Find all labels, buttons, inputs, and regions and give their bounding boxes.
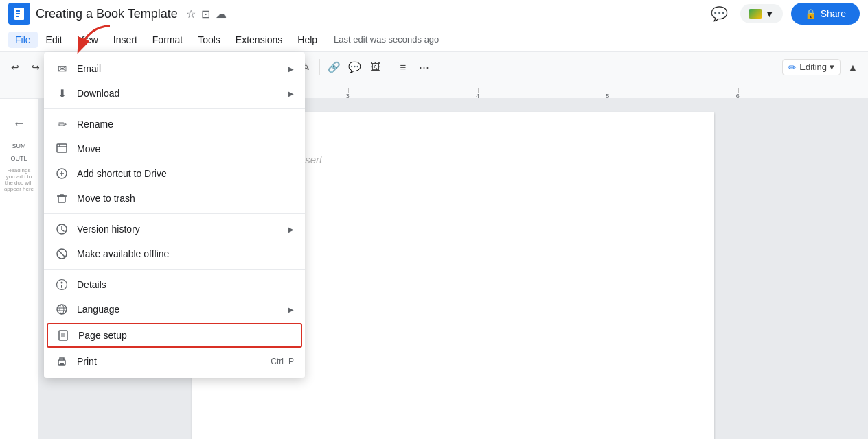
- collapse-toolbar-button[interactable]: ▲: [843, 58, 863, 77]
- ruler-mark-3: 3: [348, 88, 478, 93]
- divider-1: [44, 108, 305, 109]
- add-shortcut-label: Add shortcut to Drive: [77, 168, 294, 179]
- back-button[interactable]: ←: [5, 110, 33, 137]
- email-arrow: ▶: [288, 65, 294, 73]
- file-dropdown-menu: ✉ Email ▶ ⬇ Download ▶ ✏ Rename Move: [44, 52, 305, 378]
- divider-3: [44, 269, 305, 270]
- language-icon: [55, 302, 69, 316]
- toolbar-divider-4: [319, 59, 320, 75]
- page-setup-label: Page setup: [78, 330, 293, 341]
- outline-label: OUTL: [3, 155, 36, 162]
- menu-item-details[interactable]: Details: [44, 272, 305, 297]
- cloud-save-icon[interactable]: ☁: [216, 8, 227, 21]
- undo-button[interactable]: ↩: [5, 58, 25, 77]
- divider-2: [44, 213, 305, 214]
- drive-folder-icon[interactable]: ⊡: [201, 8, 210, 21]
- app-icon: [8, 3, 30, 25]
- redo-button[interactable]: ↪: [26, 58, 45, 77]
- svg-point-13: [57, 305, 67, 314]
- header-right: 💬 ▼ 🔒 Share: [707, 1, 860, 26]
- menu-tools[interactable]: Tools: [191, 32, 227, 48]
- menu-file[interactable]: File: [8, 32, 38, 48]
- language-label: Language: [77, 304, 280, 315]
- svg-rect-21: [60, 363, 64, 365]
- comments-button[interactable]: 💬: [707, 1, 732, 26]
- menu-edit[interactable]: Edit: [39, 32, 69, 48]
- download-icon: ⬇: [55, 86, 69, 100]
- menu-item-version-history[interactable]: Version history ▶: [44, 217, 305, 241]
- svg-rect-17: [59, 331, 67, 340]
- menu-view[interactable]: View: [71, 32, 105, 48]
- editing-mode-button[interactable]: ✏ Editing ▾: [782, 59, 841, 75]
- summary-label: SUM: [3, 143, 36, 150]
- add-shortcut-icon: [55, 167, 69, 180]
- menu-insert[interactable]: Insert: [106, 32, 144, 48]
- svg-rect-11: [61, 285, 62, 288]
- title-bar: Creating a Book Template ☆ ⊡ ☁ 💬 ▼ 🔒 Sha…: [0, 0, 868, 27]
- details-icon: [55, 278, 69, 292]
- version-history-arrow: ▶: [288, 226, 294, 233]
- trash-icon: [55, 191, 69, 205]
- svg-rect-2: [16, 13, 20, 14]
- toolbar-divider-5: [389, 59, 389, 75]
- menu-item-rename[interactable]: ✏ Rename: [44, 112, 305, 137]
- svg-rect-6: [58, 196, 65, 202]
- move-trash-label: Move to trash: [77, 193, 294, 204]
- last-edit-status: Last edit was seconds ago: [334, 34, 439, 45]
- menu-item-move-trash[interactable]: Move to trash: [44, 186, 305, 211]
- align-button[interactable]: ≡: [393, 58, 413, 77]
- ruler-mark-6: 6: [738, 88, 868, 93]
- editing-dropdown-arrow: ▾: [830, 62, 834, 72]
- move-icon: [55, 142, 69, 156]
- email-label: Email: [77, 63, 280, 74]
- toolbar-right: ✏ Editing ▾ ▲: [782, 58, 863, 77]
- menu-item-download[interactable]: ⬇ Download ▶: [44, 81, 305, 106]
- menu-item-print[interactable]: Print Ctrl+P: [44, 349, 305, 374]
- share-lock-icon: 🔒: [805, 8, 816, 19]
- menu-item-add-shortcut[interactable]: Add shortcut to Drive: [44, 161, 305, 186]
- menu-item-make-offline[interactable]: Make available offline: [44, 241, 305, 266]
- svg-point-10: [61, 282, 63, 284]
- more-formats-button[interactable]: ⋯: [414, 58, 433, 77]
- ruler-mark-5: 5: [608, 88, 738, 93]
- rename-label: Rename: [77, 119, 294, 130]
- print-shortcut: Ctrl+P: [271, 357, 294, 366]
- doc-title: Creating a Book Template: [36, 7, 178, 21]
- star-icon[interactable]: ☆: [186, 8, 196, 21]
- download-label: Download: [77, 88, 280, 99]
- svg-point-14: [60, 305, 64, 314]
- svg-rect-1: [16, 10, 20, 12]
- menu-item-language[interactable]: Language ▶: [44, 297, 305, 322]
- svg-line-9: [58, 250, 65, 257]
- comment-insert-button[interactable]: 💬: [345, 58, 364, 77]
- rename-icon: ✏: [55, 117, 69, 131]
- pencil-icon: ✏: [788, 62, 797, 73]
- download-arrow: ▶: [288, 90, 294, 97]
- menu-help[interactable]: Help: [290, 32, 324, 48]
- image-button[interactable]: 🖼: [365, 58, 385, 77]
- email-icon: ✉: [55, 62, 69, 75]
- meet-button[interactable]: ▼: [740, 4, 783, 23]
- language-arrow: ▶: [288, 306, 294, 313]
- ruler-mark-4: 4: [478, 88, 608, 93]
- print-icon: [55, 355, 69, 368]
- page-setup-icon: [56, 329, 70, 342]
- menu-extensions[interactable]: Extensions: [229, 32, 289, 48]
- menu-item-move[interactable]: Move: [44, 137, 305, 161]
- menu-format[interactable]: Format: [146, 32, 190, 48]
- menu-item-page-setup[interactable]: Page setup: [47, 323, 302, 348]
- left-sidebar: ← SUM OUTL Headings you add to the doc w…: [0, 99, 38, 439]
- make-offline-label: Make available offline: [77, 248, 294, 259]
- menu-bar: File Edit View Insert Format Tools Exten…: [0, 27, 868, 52]
- print-label: Print: [77, 356, 262, 367]
- menu-item-email[interactable]: ✉ Email ▶: [44, 56, 305, 81]
- link-button[interactable]: 🔗: [324, 58, 343, 77]
- svg-rect-3: [16, 16, 19, 17]
- title-icons: ☆ ⊡ ☁: [186, 8, 227, 21]
- move-label: Move: [77, 143, 294, 154]
- svg-rect-4: [57, 144, 67, 152]
- details-label: Details: [77, 279, 294, 290]
- share-button[interactable]: 🔒 Share: [791, 3, 860, 25]
- version-history-label: Version history: [77, 224, 280, 235]
- offline-icon: [55, 247, 69, 261]
